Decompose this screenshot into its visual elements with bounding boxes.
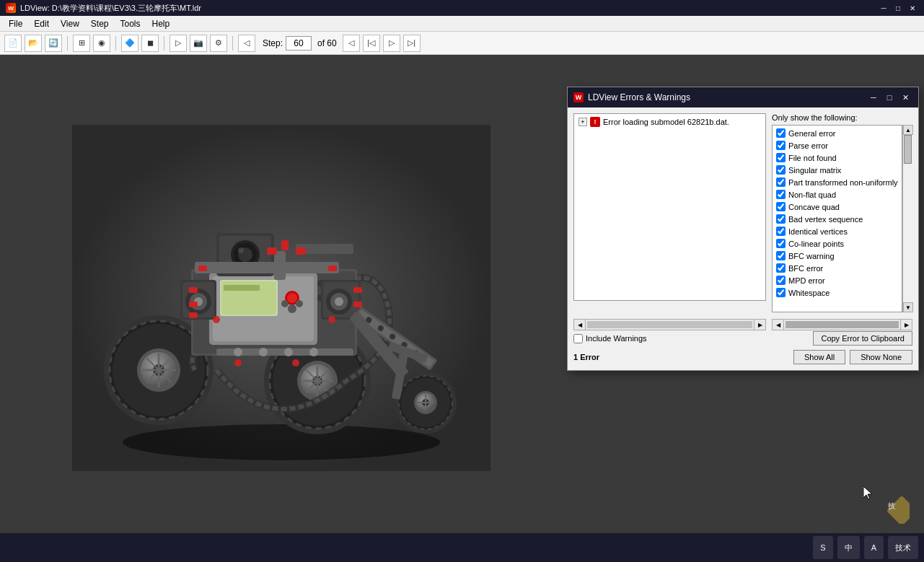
filter-hscroll-left[interactable]: ◀ [773, 320, 784, 330]
nav-prev-button[interactable]: ◁ [343, 35, 360, 52]
menu-file[interactable]: File [3, 17, 28, 30]
dialog-app-icon: W [573, 92, 584, 102]
step-input[interactable] [286, 36, 312, 51]
taskbar-item-a[interactable]: A [864, 536, 884, 559]
filter-item-9[interactable]: Co-linear points [774, 237, 900, 250]
filter-item-5[interactable]: Non-flat quad [774, 188, 900, 201]
close-button[interactable]: ✕ [907, 2, 918, 14]
filter-item-6[interactable]: Concave quad [774, 201, 900, 213]
nav-last-button[interactable]: ▷| [403, 35, 421, 52]
taskbar-item-lang[interactable]: 中 [837, 536, 860, 559]
maximize-button[interactable]: □ [892, 2, 904, 14]
filter-checkbox-5[interactable] [776, 190, 786, 199]
filter-item-3[interactable]: Singular matrix [774, 164, 900, 176]
filter-item-4[interactable]: Part transformed non-uniformly [774, 176, 900, 188]
copy-error-button[interactable]: Copy Error to Clipboard [813, 331, 912, 346]
new-button[interactable]: 📄 [4, 35, 22, 52]
filter-item-2[interactable]: File not found [774, 152, 900, 164]
menu-tools[interactable]: Tools [115, 17, 146, 30]
menu-edit[interactable]: Edit [28, 17, 55, 30]
view-btn-1[interactable]: ⊞ [73, 35, 90, 52]
filter-hscroll-right[interactable]: ▶ [900, 320, 912, 330]
filter-item-8[interactable]: Identical vertices [774, 225, 900, 237]
dialog-title: LDView Errors & Warnings [588, 92, 690, 102]
hscroll-left-arrow[interactable]: ◀ [574, 320, 586, 330]
settings-btn[interactable]: ⚙ [210, 35, 227, 52]
filter-item-label-11: BFC error [788, 264, 823, 273]
filter-checkbox-3[interactable] [776, 165, 786, 175]
filter-checkbox-9[interactable] [776, 239, 786, 248]
reload-button[interactable]: 🔄 [45, 35, 62, 52]
view-btn-4[interactable]: ◼ [141, 35, 159, 52]
hscroll-right-arrow[interactable]: ▶ [754, 320, 765, 330]
include-warnings-label[interactable]: Include Warnings [573, 334, 647, 343]
filter-checkbox-0[interactable] [776, 128, 786, 138]
show-all-button[interactable]: Show All [793, 350, 845, 364]
hscroll-thumb[interactable] [587, 321, 752, 328]
filter-scrollbar[interactable]: ▲ ▼ [902, 125, 912, 312]
robot-viewport[interactable] [0, 55, 563, 540]
svg-point-65 [296, 300, 303, 307]
error-item-1[interactable]: + ! Error loading submodel 62821b.dat. [576, 115, 764, 128]
view-btn-5[interactable]: ▷ [170, 35, 187, 52]
svg-point-96 [238, 247, 244, 253]
dialog-close-button[interactable]: ✕ [898, 90, 912, 105]
menu-step[interactable]: Step [85, 17, 115, 30]
of-label: of 60 [317, 38, 337, 48]
separator-4 [232, 36, 233, 51]
view-btn-3[interactable]: 🔷 [121, 35, 138, 52]
filter-item-1[interactable]: Parse error [774, 139, 900, 152]
view-btn-2[interactable]: ◉ [93, 35, 110, 52]
svg-point-112 [213, 316, 220, 323]
menu-view[interactable]: View [55, 17, 85, 30]
error-list[interactable]: + ! Error loading submodel 62821b.dat. [573, 113, 766, 301]
dialog-body: + ! Error loading submodel 62821b.dat. O… [568, 107, 918, 318]
filter-checkbox-4[interactable] [776, 177, 786, 187]
filter-item-label-3: Singular matrix [788, 166, 841, 175]
filter-list[interactable]: General errorParse errorFile not foundSi… [772, 125, 902, 312]
filter-hscroll-thumb[interactable] [786, 321, 899, 328]
taskbar-item-s[interactable]: S [813, 536, 832, 559]
snapshot-btn[interactable]: 📷 [190, 35, 207, 52]
filter-checkbox-11[interactable] [776, 263, 786, 273]
show-none-button[interactable]: Show None [850, 350, 912, 364]
nav-next-button[interactable]: ▷ [383, 35, 400, 52]
scroll-down-arrow[interactable]: ▼ [903, 302, 913, 312]
svg-point-113 [328, 316, 335, 323]
include-warnings-checkbox[interactable] [573, 334, 583, 343]
minimize-button[interactable]: ─ [878, 2, 889, 14]
dialog-minimize-button[interactable]: ─ [866, 90, 881, 105]
filter-checkbox-7[interactable] [776, 214, 786, 224]
filter-item-label-5: Non-flat quad [788, 190, 836, 199]
nav-btn-1[interactable]: ◁ [238, 35, 255, 52]
nav-first-button[interactable]: |◁ [363, 35, 380, 52]
filter-checkbox-2[interactable] [776, 153, 786, 162]
filter-item-12[interactable]: MPD error [774, 274, 900, 286]
filter-item-label-6: Concave quad [788, 203, 840, 211]
menu-help[interactable]: Help [146, 17, 176, 30]
taskbar-item-tech[interactable]: 技术 [888, 536, 918, 559]
filter-item-13[interactable]: Whitespace [774, 286, 900, 299]
svg-rect-79 [189, 312, 198, 318]
filter-item-label-8: Identical vertices [788, 227, 848, 236]
filter-checkbox-12[interactable] [776, 276, 786, 285]
open-button[interactable]: 📂 [25, 35, 42, 52]
filter-checkbox-10[interactable] [776, 251, 786, 260]
filter-item-10[interactable]: BFC warning [774, 250, 900, 262]
filter-item-0[interactable]: General error [774, 127, 900, 139]
filter-item-11[interactable]: BFC error [774, 262, 900, 274]
filter-item-7[interactable]: Bad vertex sequence [774, 213, 900, 225]
scroll-up-arrow[interactable]: ▲ [903, 125, 913, 135]
filter-checkbox-8[interactable] [776, 227, 786, 236]
svg-point-107 [259, 348, 268, 356]
title-bar-controls: ─ □ ✕ [878, 2, 918, 14]
filter-checkbox-6[interactable] [776, 202, 786, 211]
svg-rect-103 [198, 265, 207, 271]
filter-panel: Only show the following: General errorPa… [772, 113, 912, 312]
filter-checkbox-1[interactable] [776, 141, 786, 150]
svg-text:技: 技 [887, 502, 896, 510]
scroll-thumb[interactable] [904, 135, 912, 164]
error-expand-1[interactable]: + [578, 118, 587, 126]
dialog-maximize-button[interactable]: □ [882, 90, 897, 105]
filter-checkbox-13[interactable] [776, 288, 786, 297]
